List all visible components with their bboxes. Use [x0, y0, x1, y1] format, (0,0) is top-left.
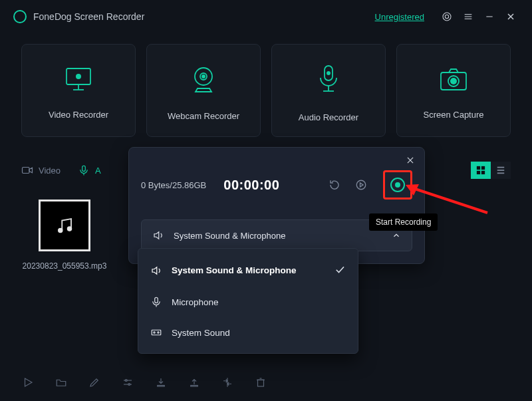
svg-point-1: [443, 13, 451, 21]
file-name: 20230823_055953.mp3: [23, 261, 107, 272]
view-toggle: [471, 162, 511, 179]
close-icon[interactable]: [503, 9, 519, 25]
play-icon[interactable]: [21, 376, 35, 389]
dropdown-item-microphone[interactable]: Microphone: [138, 287, 358, 317]
app-title: FoneDog Screen Recorder: [33, 11, 144, 22]
dropdown-item-label: System Sound: [172, 328, 230, 338]
list-view-button[interactable]: [491, 162, 511, 179]
mode-video-recorder[interactable]: Video Recorder: [21, 44, 136, 137]
tab-audio[interactable]: A: [78, 164, 101, 176]
mode-screen-capture[interactable]: Screen Capture: [396, 44, 511, 137]
svg-point-32: [59, 228, 63, 232]
svg-marker-50: [360, 183, 364, 187]
mode-label: Audio Recorder: [299, 112, 358, 122]
grid-view-button[interactable]: [471, 162, 491, 179]
export-icon[interactable]: [188, 376, 201, 389]
svg-point-20: [450, 78, 457, 84]
check-icon: [334, 263, 346, 277]
svg-rect-40: [191, 386, 198, 387]
camera-icon: [438, 66, 469, 95]
mode-label: Screen Capture: [423, 110, 483, 120]
bottom-toolbar: [21, 376, 267, 389]
chevron-up-icon: [392, 231, 401, 240]
audio-source-dropdown: System Sound & Microphone Microphone Sys…: [138, 248, 358, 354]
svg-rect-25: [477, 166, 480, 170]
svg-point-11: [76, 74, 81, 79]
tab-video[interactable]: Video: [21, 164, 61, 176]
recording-panel: 0 Bytes/25.86GB 00:00:00 System Sound & …: [128, 147, 425, 264]
webcam-icon: [189, 65, 218, 96]
file-item[interactable]: 20230823_055953.mp3: [21, 200, 108, 272]
svg-rect-23: [82, 166, 86, 171]
folder-icon[interactable]: [55, 376, 68, 389]
recording-status-row: 0 Bytes/25.86GB 00:00:00: [141, 170, 412, 200]
edit-icon[interactable]: [88, 376, 101, 389]
unregistered-link[interactable]: Unregistered: [375, 12, 424, 22]
disk-usage-text: 0 Bytes/25.86GB: [141, 180, 206, 190]
svg-rect-42: [258, 380, 264, 386]
svg-point-49: [356, 180, 366, 190]
svg-rect-53: [152, 330, 161, 335]
start-recording-button[interactable]: [383, 170, 412, 200]
download-icon[interactable]: [154, 376, 168, 389]
play-preview-icon[interactable]: [352, 176, 370, 194]
svg-rect-22: [23, 168, 30, 174]
convert-icon[interactable]: [221, 376, 234, 389]
dropdown-item-sound-and-mic[interactable]: System Sound & Microphone: [138, 254, 358, 287]
minimize-icon[interactable]: [481, 9, 497, 25]
monitor-icon: [64, 66, 93, 95]
timer-text: 00:00:00: [223, 178, 279, 193]
titlebar: FoneDog Screen Recorder Unregistered: [0, 0, 532, 33]
dropdown-item-label: System Sound & Microphone: [172, 265, 297, 275]
svg-point-14: [201, 74, 205, 78]
svg-rect-39: [158, 386, 165, 387]
file-thumbnail: [39, 200, 90, 251]
mode-selector: Video Recorder Webcam Recorder Audio Rec…: [0, 33, 532, 144]
start-recording-tooltip: Start Recording: [369, 213, 438, 231]
settings-icon[interactable]: [439, 9, 455, 25]
redo-icon[interactable]: [326, 176, 343, 194]
svg-marker-34: [25, 378, 33, 386]
audio-source-label: System Sound & Microphone: [174, 231, 285, 241]
svg-rect-26: [481, 166, 485, 170]
trash-icon[interactable]: [254, 376, 267, 389]
app-logo-icon: [13, 10, 27, 23]
mode-label: Webcam Recorder: [168, 111, 239, 121]
svg-point-16: [327, 71, 331, 75]
tab-label: Video: [39, 166, 61, 176]
dropdown-item-label: Microphone: [172, 297, 219, 307]
svg-rect-27: [477, 171, 480, 174]
mode-audio-recorder[interactable]: Audio Recorder: [271, 44, 386, 137]
microphone-icon: [317, 63, 340, 98]
menu-icon[interactable]: [460, 9, 476, 25]
svg-point-54: [154, 332, 155, 333]
svg-point-33: [67, 227, 71, 231]
panel-close-button[interactable]: [404, 154, 416, 166]
svg-rect-51: [155, 297, 158, 303]
svg-point-0: [445, 15, 448, 18]
tab-label: A: [95, 166, 101, 176]
svg-point-55: [158, 332, 159, 333]
svg-rect-28: [481, 171, 485, 174]
sliders-icon[interactable]: [121, 376, 134, 389]
mode-webcam-recorder[interactable]: Webcam Recorder: [146, 44, 261, 137]
mode-label: Video Recorder: [49, 110, 108, 120]
dropdown-item-system-sound[interactable]: System Sound: [138, 317, 358, 348]
